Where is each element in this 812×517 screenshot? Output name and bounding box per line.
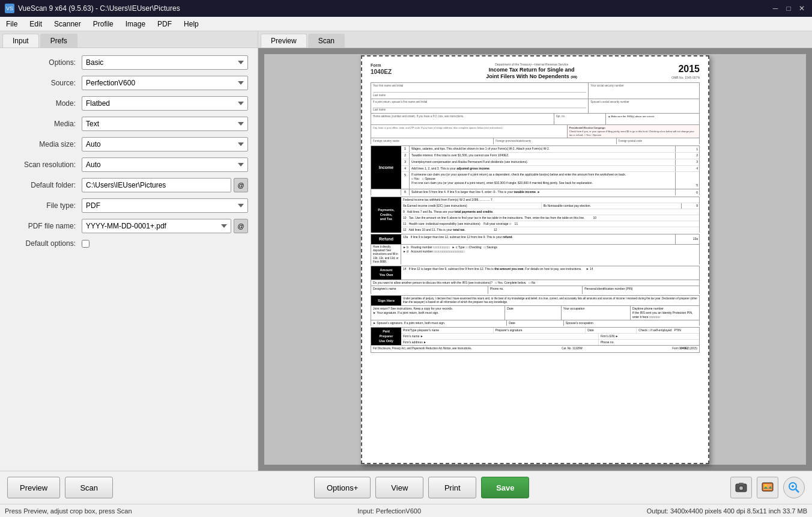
titlebar: VS VueScan 9 x64 (9.5.63) - C:\Users\IEU… bbox=[0, 0, 812, 17]
tab-prefs[interactable]: Prefs bbox=[40, 34, 77, 47]
print-button[interactable]: Print bbox=[428, 477, 476, 498]
tab-input[interactable]: Input bbox=[2, 34, 39, 47]
zoom-in-icon bbox=[788, 482, 800, 494]
pdf-at-button[interactable]: @ bbox=[234, 219, 248, 233]
scan-resolution-label: Scan resolution: bbox=[10, 161, 82, 169]
options-row: Options: Basic Standard Professional bbox=[10, 55, 248, 70]
source-select[interactable]: PerfectionV600 bbox=[82, 76, 248, 90]
scan-resolution-select[interactable]: Auto 75 150 300 600 1200 bbox=[82, 158, 248, 172]
pdf-name-label: PDF file name: bbox=[10, 222, 82, 230]
mode-label: Mode: bbox=[10, 99, 82, 108]
document-page: Form1040EZ Department of the Treasury—In… bbox=[361, 55, 709, 464]
left-panel: Input Prefs Options: Basic Standard Prof… bbox=[0, 31, 258, 471]
menu-scanner[interactable]: Scanner bbox=[48, 18, 87, 30]
file-type-row: File type: PDF JPEG TIFF PNG bbox=[10, 198, 248, 213]
source-row: Source: PerfectionV600 bbox=[10, 76, 248, 90]
default-options-checkbox-group bbox=[82, 240, 89, 248]
tool-icon-2[interactable] bbox=[757, 477, 778, 498]
app-icon: VS bbox=[5, 4, 14, 13]
panel-tabs: Input Prefs bbox=[0, 31, 258, 48]
media-size-row: Media size: Auto Letter A4 bbox=[10, 137, 248, 151]
mode-row: Mode: Flatbed Transparency bbox=[10, 96, 248, 111]
svg-point-2 bbox=[740, 487, 743, 490]
statusbar: Press Preview, adjust crop box, press Sc… bbox=[0, 504, 812, 517]
menu-pdf[interactable]: PDF bbox=[151, 18, 178, 30]
source-label: Source: bbox=[10, 79, 82, 87]
tab-preview[interactable]: Preview bbox=[261, 34, 307, 47]
mode-select[interactable]: Flatbed Transparency bbox=[82, 96, 248, 111]
tool-icon-1[interactable] bbox=[730, 477, 752, 498]
options-plus-button[interactable]: Options+ bbox=[314, 477, 371, 498]
right-panel: Preview Scan Form1040EZ Department of th… bbox=[258, 31, 812, 471]
options-label: Options: bbox=[10, 58, 82, 67]
tab-scan[interactable]: Scan bbox=[308, 34, 345, 47]
file-type-select[interactable]: PDF JPEG TIFF PNG bbox=[82, 198, 248, 213]
folder-at-button[interactable]: @ bbox=[234, 178, 248, 192]
default-folder-row: Default folder: @ bbox=[10, 178, 248, 192]
menu-file[interactable]: File bbox=[0, 18, 23, 30]
titlebar-title: VueScan 9 x64 (9.5.63) - C:\Users\IEUser… bbox=[18, 4, 180, 13]
default-folder-input[interactable] bbox=[82, 178, 231, 192]
scan-resolution-row: Scan resolution: Auto 75 150 300 600 120… bbox=[10, 158, 248, 172]
toolbar-left: Preview Scan bbox=[7, 477, 113, 498]
menubar: File Edit Scanner Profile Image PDF Help bbox=[0, 17, 812, 31]
document-inner: Form1040EZ Department of the Treasury—In… bbox=[362, 57, 708, 463]
camera-icon bbox=[735, 481, 748, 494]
maximize-button[interactable]: □ bbox=[783, 3, 794, 14]
save-button[interactable]: Save bbox=[481, 477, 529, 498]
media-size-select[interactable]: Auto Letter A4 bbox=[82, 137, 248, 151]
statusbar-right: Output: 3400x4400 pixels 400 dpi 8.5x11 … bbox=[647, 507, 807, 515]
media-size-label: Media size: bbox=[10, 140, 82, 148]
default-folder-label: Default folder: bbox=[10, 181, 82, 189]
options-select[interactable]: Basic Standard Professional bbox=[82, 55, 248, 70]
view-button[interactable]: View bbox=[375, 477, 423, 498]
preview-button[interactable]: Preview bbox=[7, 477, 60, 498]
default-options-label: Default options: bbox=[10, 239, 82, 248]
app-body: Input Prefs Options: Basic Standard Prof… bbox=[0, 31, 812, 517]
menu-image[interactable]: Image bbox=[120, 18, 151, 30]
media-label: Media: bbox=[10, 120, 82, 128]
preview-tabs: Preview Scan bbox=[258, 31, 812, 48]
statusbar-center: Input: PerfectionV600 bbox=[357, 507, 421, 515]
default-options-row: Default options: bbox=[10, 239, 248, 248]
statusbar-left: Press Preview, adjust crop box, press Sc… bbox=[5, 507, 132, 515]
menu-help[interactable]: Help bbox=[178, 18, 205, 30]
titlebar-left: VS VueScan 9 x64 (9.5.63) - C:\Users\IEU… bbox=[5, 4, 180, 13]
pdf-name-select[interactable]: YYYY-MM-DD-0001+.pdf bbox=[82, 219, 231, 233]
media-select[interactable]: Text Photo Slide Negative bbox=[82, 117, 248, 131]
toolbar-right bbox=[730, 477, 805, 498]
media-row: Media: Text Photo Slide Negative bbox=[10, 117, 248, 131]
pdf-name-row: PDF file name: YYYY-MM-DD-0001+.pdf @ bbox=[10, 219, 248, 233]
form-area: Options: Basic Standard Professional Sou… bbox=[0, 48, 258, 471]
bottom-toolbar: Preview Scan Options+ View Print Save bbox=[0, 471, 812, 504]
zoom-button[interactable] bbox=[783, 477, 805, 498]
close-button[interactable]: ✕ bbox=[796, 3, 807, 14]
image-icon bbox=[761, 481, 774, 494]
svg-rect-3 bbox=[739, 483, 744, 485]
scan-button[interactable]: Scan bbox=[65, 477, 113, 498]
default-options-checkbox[interactable] bbox=[82, 240, 89, 248]
preview-content: Form1040EZ Department of the Treasury—In… bbox=[258, 48, 812, 471]
pdf-name-group: YYYY-MM-DD-0001+.pdf @ bbox=[82, 219, 248, 233]
toolbar-center: Options+ View Print Save bbox=[314, 477, 529, 498]
default-folder-group: @ bbox=[82, 178, 248, 192]
minimize-button[interactable]: ─ bbox=[770, 3, 781, 14]
menu-profile[interactable]: Profile bbox=[87, 18, 120, 30]
titlebar-controls: ─ □ ✕ bbox=[770, 3, 807, 14]
svg-line-10 bbox=[796, 489, 799, 492]
content-area: Input Prefs Options: Basic Standard Prof… bbox=[0, 31, 812, 471]
menu-edit[interactable]: Edit bbox=[23, 18, 48, 30]
file-type-label: File type: bbox=[10, 201, 82, 210]
document-container: Form1040EZ Department of the Treasury—In… bbox=[264, 54, 806, 465]
